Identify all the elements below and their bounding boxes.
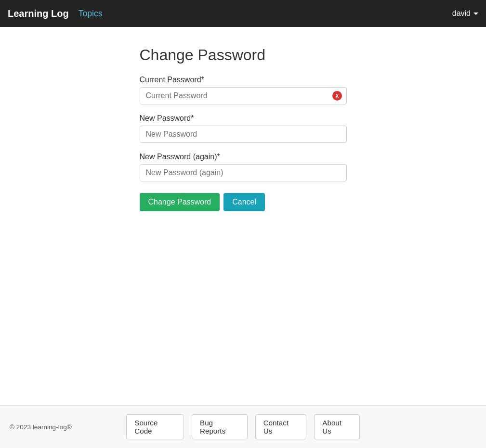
new-password-again-label: New Password (again)*	[140, 153, 347, 161]
cancel-button[interactable]: Cancel	[223, 193, 265, 211]
current-password-group: Current Password* X	[140, 76, 347, 104]
navbar: Learning Log Topics david	[0, 0, 486, 27]
new-password-again-input[interactable]	[140, 164, 347, 181]
footer-bug-reports-link[interactable]: Bug Reports	[192, 414, 248, 439]
current-password-input[interactable]	[140, 87, 347, 104]
footer-contact-us-link[interactable]: Contact Us	[255, 414, 307, 439]
topics-link[interactable]: Topics	[79, 9, 452, 19]
brand-text: Learning Log	[8, 8, 69, 19]
caret-icon	[473, 13, 478, 15]
footer-source-code-link[interactable]: Source Code	[126, 414, 184, 439]
footer: © 2023 learning-log® Source Code Bug Rep…	[0, 405, 486, 448]
user-label: david	[452, 9, 471, 18]
current-password-wrapper: X	[140, 87, 347, 104]
new-password-input[interactable]	[140, 126, 347, 143]
new-password-group: New Password*	[140, 114, 347, 143]
topics-label: Topics	[79, 9, 103, 18]
new-password-label: New Password*	[140, 114, 347, 123]
change-password-form-container: Change Password Current Password* X New …	[140, 46, 347, 386]
current-password-label: Current Password*	[140, 76, 347, 84]
form-buttons: Change Password Cancel	[140, 193, 347, 211]
new-password-again-group: New Password (again)*	[140, 153, 347, 181]
page-title: Change Password	[140, 46, 347, 64]
user-menu-button[interactable]: david	[452, 9, 478, 18]
footer-links: Source Code Bug Reports Contact Us About…	[126, 414, 360, 439]
brand-link[interactable]: Learning Log	[8, 8, 69, 19]
footer-about-us-link[interactable]: About Us	[314, 414, 359, 439]
change-password-button[interactable]: Change Password	[140, 193, 220, 211]
main-content: Change Password Current Password* X New …	[0, 27, 486, 405]
footer-copyright: © 2023 learning-log®	[10, 423, 126, 431]
